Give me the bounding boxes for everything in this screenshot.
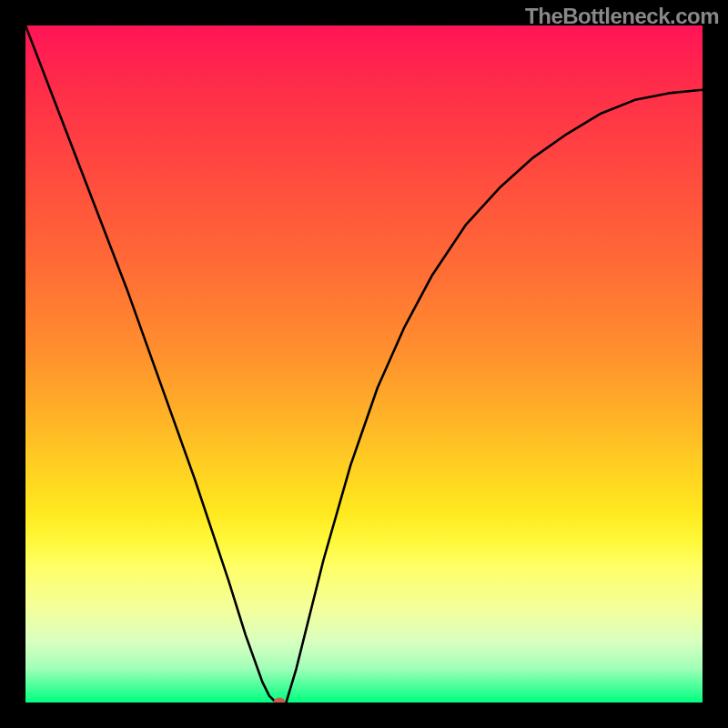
chart-frame: TheBottleneck.com (0, 0, 728, 728)
watermark-text: TheBottleneck.com (525, 4, 719, 29)
plot-area (25, 25, 703, 703)
bottleneck-curve (25, 25, 703, 703)
optimal-point-marker (274, 698, 286, 703)
